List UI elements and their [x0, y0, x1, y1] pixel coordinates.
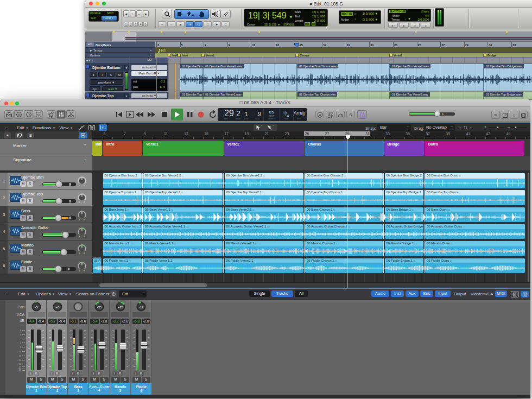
svg-text:L: L [79, 235, 80, 237]
svg-text:L: L [79, 252, 80, 255]
svg-text:-35: -35 [97, 306, 102, 309]
svg-text:-5: -5 [35, 306, 38, 309]
svg-text:-17: -17 [139, 306, 144, 309]
svg-text:+5: +5 [55, 306, 60, 309]
svg-text:L: L [79, 269, 80, 271]
svg-text:L: L [79, 218, 80, 220]
svg-text:R: R [84, 185, 85, 187]
svg-text:R: R [84, 235, 85, 237]
svg-text:R: R [84, 201, 85, 204]
svg-text:R: R [84, 269, 85, 271]
svg-text:R: R [84, 218, 85, 220]
svg-text:R: R [84, 252, 85, 255]
svg-text:+35: +35 [118, 306, 124, 309]
svg-text:L: L [79, 201, 80, 204]
svg-text:L: L [79, 185, 80, 187]
